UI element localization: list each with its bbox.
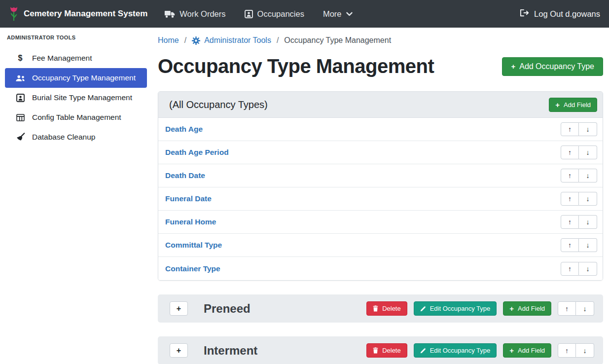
- nav-more-label: More: [323, 9, 342, 19]
- field-row: Container Type ↑ ↓: [158, 257, 603, 280]
- field-row: Funeral Date ↑ ↓: [158, 187, 603, 211]
- top-navbar: Cemetery Management System Work Orders: [0, 0, 609, 28]
- breadcrumb-home-label: Home: [158, 36, 179, 45]
- move-up-button[interactable]: ↑: [561, 262, 579, 276]
- sidebar-item-label: Fee Management: [32, 54, 92, 63]
- up-arrow-icon: ↑: [565, 305, 569, 313]
- edit-occupancy-type-label: Edit Occupancy Type: [430, 305, 491, 312]
- edit-occupancy-type-button[interactable]: Edit Occupancy Type: [414, 343, 497, 358]
- move-up-button[interactable]: ↑: [558, 343, 576, 358]
- section-title: Interment: [204, 344, 366, 358]
- sidebar-item-fee-management[interactable]: $ Fee Management: [5, 48, 147, 68]
- sidebar-item-occupancy-type-management[interactable]: Occupancy Type Management: [5, 68, 147, 88]
- nav-more[interactable]: More: [323, 9, 353, 19]
- plus-icon: +: [511, 63, 515, 70]
- plus-icon: +: [509, 305, 514, 312]
- expand-section-button[interactable]: +: [170, 301, 188, 316]
- person-frame-icon: [245, 10, 253, 18]
- table-icon: [15, 114, 26, 121]
- move-up-button[interactable]: ↑: [558, 301, 576, 316]
- sidebar-item-burial-site-type-management[interactable]: Burial Site Type Management: [5, 88, 147, 108]
- breadcrumb-separator: /: [184, 36, 186, 45]
- occupancy-type-section-interment: + Interment Delete: [158, 336, 603, 364]
- reorder-group: ↑ ↓: [561, 192, 597, 206]
- plus-icon: +: [509, 347, 514, 354]
- add-field-button[interactable]: + Add Field: [549, 98, 597, 112]
- sidebar-heading: ADMINISTRATOR TOOLS: [7, 35, 147, 40]
- sidebar-item-label: Config Table Management: [32, 113, 121, 122]
- trash-icon: [373, 347, 378, 354]
- up-arrow-icon: ↑: [568, 172, 572, 180]
- down-arrow-icon: ↓: [586, 195, 590, 203]
- person-frame-icon: [15, 94, 26, 102]
- move-up-button[interactable]: ↑: [561, 215, 579, 229]
- pencil-icon: [420, 306, 426, 312]
- field-link[interactable]: Death Age Period: [165, 148, 229, 157]
- reorder-group: ↑ ↓: [558, 343, 594, 358]
- delete-button[interactable]: Delete: [366, 343, 407, 358]
- plus-icon: +: [555, 101, 560, 109]
- down-arrow-icon: ↓: [586, 148, 590, 156]
- add-field-label: Add Field: [518, 347, 545, 354]
- breadcrumb: Home / Administrat: [158, 35, 603, 46]
- edit-occupancy-type-button[interactable]: Edit Occupancy Type: [414, 301, 497, 316]
- move-down-button[interactable]: ↓: [579, 238, 597, 252]
- reorder-group: ↑ ↓: [561, 215, 597, 229]
- delete-button[interactable]: Delete: [366, 301, 407, 316]
- move-down-button[interactable]: ↓: [579, 122, 597, 136]
- users-icon: [15, 74, 26, 82]
- sidebar-item-config-table-management[interactable]: Config Table Management: [5, 108, 147, 127]
- add-field-button[interactable]: + Add Field: [503, 343, 551, 358]
- field-row: Death Age Period ↑ ↓: [158, 141, 603, 164]
- field-link[interactable]: Funeral Date: [165, 194, 212, 203]
- expand-section-button[interactable]: +: [170, 343, 188, 358]
- move-down-button[interactable]: ↓: [579, 215, 597, 229]
- add-field-button[interactable]: + Add Field: [503, 301, 551, 316]
- logout-button[interactable]: Log Out d.gowans: [520, 9, 600, 19]
- trash-icon: [373, 305, 378, 312]
- delete-label: Delete: [382, 347, 401, 354]
- down-arrow-icon: ↓: [586, 172, 590, 180]
- plus-icon: +: [177, 304, 181, 313]
- sidebar-item-label: Database Cleanup: [32, 133, 95, 142]
- move-down-button[interactable]: ↓: [576, 301, 594, 316]
- section-actions: Delete Edit Occupancy Type + Add Field: [366, 343, 594, 358]
- reorder-group: ↑ ↓: [561, 169, 597, 182]
- nav-occupancies[interactable]: Occupancies: [245, 9, 304, 19]
- breadcrumb-current: Occupancy Type Management: [284, 36, 391, 45]
- broom-icon: [15, 133, 26, 142]
- move-down-button[interactable]: ↓: [579, 192, 597, 206]
- field-row: Committal Type ↑ ↓: [158, 234, 603, 257]
- move-up-button[interactable]: ↑: [561, 146, 579, 159]
- field-link[interactable]: Funeral Home: [165, 218, 216, 226]
- add-field-label: Add Field: [564, 101, 591, 109]
- breadcrumb-separator: /: [277, 36, 279, 45]
- field-link[interactable]: Committal Type: [165, 241, 222, 250]
- nav-occupancies-label: Occupancies: [257, 9, 304, 19]
- field-link[interactable]: Container Type: [165, 264, 220, 273]
- up-arrow-icon: ↑: [568, 195, 572, 203]
- move-down-button[interactable]: ↓: [579, 146, 597, 159]
- move-down-button[interactable]: ↓: [576, 343, 594, 358]
- dollar-icon: $: [15, 54, 26, 63]
- down-arrow-icon: ↓: [586, 241, 590, 249]
- move-up-button[interactable]: ↑: [561, 122, 579, 136]
- breadcrumb-admin-tools-link[interactable]: Administrator Tools: [192, 36, 271, 45]
- up-arrow-icon: ↑: [565, 347, 569, 355]
- reorder-group: ↑ ↓: [561, 238, 597, 252]
- sidebar-item-database-cleanup[interactable]: Database Cleanup: [5, 127, 147, 147]
- app-brand[interactable]: Cemetery Management System: [9, 6, 147, 21]
- move-down-button[interactable]: ↓: [579, 169, 597, 182]
- move-up-button[interactable]: ↑: [561, 169, 579, 182]
- move-up-button[interactable]: ↑: [561, 238, 579, 252]
- logout-label: Log Out d.gowans: [534, 9, 600, 19]
- nav-work-orders[interactable]: Work Orders: [164, 9, 225, 19]
- move-down-button[interactable]: ↓: [579, 262, 597, 276]
- breadcrumb-home-link[interactable]: Home: [158, 36, 179, 45]
- field-link[interactable]: Death Age: [165, 125, 203, 134]
- add-occupancy-type-button[interactable]: + Add Occupancy Type: [502, 57, 603, 76]
- field-link[interactable]: Death Date: [165, 171, 205, 180]
- occupancy-type-section-preneed: + Preneed Delete: [158, 294, 603, 323]
- move-up-button[interactable]: ↑: [561, 192, 579, 206]
- up-arrow-icon: ↑: [568, 125, 572, 133]
